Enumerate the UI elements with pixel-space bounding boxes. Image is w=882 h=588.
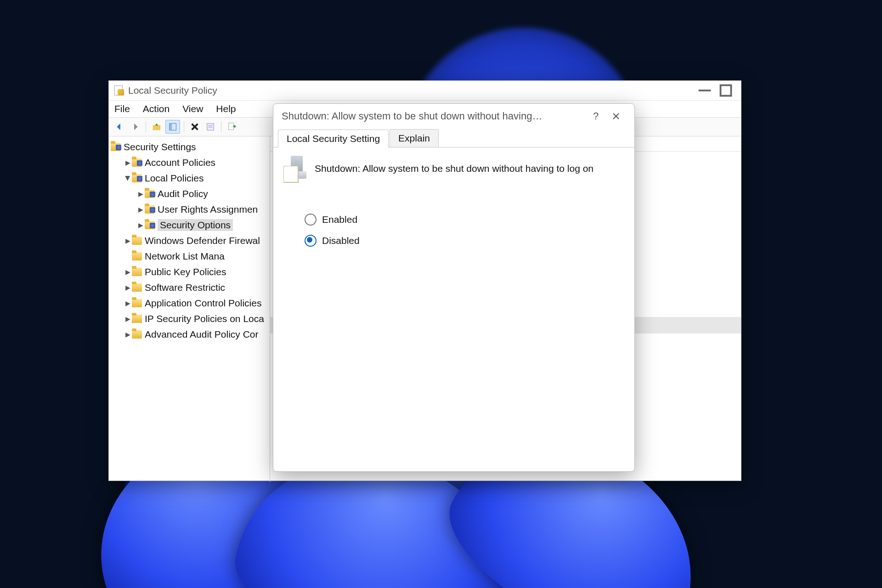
help-button[interactable]: ?	[586, 108, 606, 124]
shield-folder-icon	[145, 205, 155, 214]
tree-item-label: Software Restrictic	[145, 282, 225, 293]
dialog-title: Shutdown: Allow system to be shut down w…	[282, 110, 542, 122]
tree-item-label: Account Policies	[145, 157, 215, 168]
tree-item-label: Application Control Policies	[145, 298, 261, 309]
properties-button[interactable]	[204, 120, 217, 133]
expand-arrow-icon[interactable]	[124, 331, 132, 338]
svg-rect-5	[207, 124, 214, 130]
server-icon	[283, 156, 306, 181]
up-button[interactable]	[150, 120, 164, 133]
shield-folder-icon	[145, 221, 155, 229]
tree-item[interactable]: Public Key Policies	[109, 264, 270, 280]
svg-rect-2	[153, 125, 161, 130]
tree-item[interactable]: Application Control Policies	[109, 295, 270, 311]
radio-label: Disabled	[322, 235, 360, 246]
globe-folder-icon	[132, 315, 142, 323]
tree-item-label: Network List Mana	[145, 251, 225, 262]
folder-icon	[132, 237, 142, 245]
expand-arrow-icon[interactable]	[124, 300, 132, 307]
tree-item-label: Audit Policy	[158, 188, 208, 199]
dialog-tabs: Local Security Setting Explain	[273, 129, 634, 147]
tree-item[interactable]: Security Options	[109, 217, 270, 233]
menu-help[interactable]: Help	[216, 103, 236, 114]
radio-icon	[305, 214, 317, 226]
expand-arrow-icon[interactable]	[136, 221, 145, 229]
back-button[interactable]	[113, 120, 126, 133]
tree-item[interactable]: Advanced Audit Policy Cor	[109, 327, 270, 342]
menu-action[interactable]: Action	[143, 103, 170, 114]
window-title: Local Security Policy	[128, 85, 217, 96]
expand-arrow-icon[interactable]	[124, 315, 132, 322]
radio-label: Enabled	[322, 214, 357, 225]
folder-icon	[132, 252, 142, 260]
export-button[interactable]	[225, 120, 239, 133]
tree-item[interactable]: Account Policies	[109, 155, 270, 170]
delete-button[interactable]	[188, 120, 202, 133]
tree-item-label: Local Policies	[145, 173, 204, 184]
folder-icon	[132, 299, 142, 307]
tree-item-label: Security Options	[158, 219, 233, 231]
tree-item[interactable]: Network List Mana	[109, 249, 270, 264]
expand-arrow-icon[interactable]	[124, 175, 132, 182]
svg-rect-1	[721, 85, 731, 96]
tree-item[interactable]: Audit Policy	[109, 186, 270, 202]
menu-view[interactable]: View	[182, 103, 203, 114]
tree-item-label: Public Key Policies	[145, 266, 226, 277]
folder-icon	[132, 330, 142, 339]
policy-name: Shutdown: Allow system to be shut down w…	[315, 163, 594, 174]
menu-file[interactable]: File	[114, 103, 130, 114]
tree-item[interactable]: User Rights Assignmen	[109, 202, 270, 217]
radio-enabled[interactable]: Enabled	[305, 209, 624, 230]
tree-item[interactable]: Software Restrictic	[109, 280, 270, 295]
tree-item-label: User Rights Assignmen	[158, 204, 258, 215]
shield-folder-icon	[132, 174, 142, 182]
app-icon	[113, 85, 124, 96]
tree-pane[interactable]: Security SettingsAccount PoliciesLocal P…	[109, 136, 270, 482]
dialog-titlebar[interactable]: Shutdown: Allow system to be shut down w…	[273, 104, 634, 129]
folder-icon	[132, 268, 142, 276]
tree-item-label: Windows Defender Firewal	[145, 235, 260, 246]
tree-item-label: IP Security Policies on Loca	[145, 313, 264, 324]
tree-item-label: Advanced Audit Policy Cor	[145, 329, 258, 340]
svg-rect-4	[170, 124, 172, 130]
tree-item[interactable]: Local Policies	[109, 170, 270, 186]
policy-properties-dialog: Shutdown: Allow system to be shut down w…	[273, 103, 635, 472]
tree-item[interactable]: IP Security Policies on Loca	[109, 311, 270, 327]
maximize-button[interactable]	[715, 83, 736, 98]
tree-item[interactable]: Windows Defender Firewal	[109, 233, 270, 249]
tab-explain[interactable]: Explain	[390, 129, 439, 147]
expand-arrow-icon[interactable]	[124, 268, 132, 276]
tab-local-security-setting[interactable]: Local Security Setting	[278, 130, 389, 147]
tab-body: Shutdown: Allow system to be shut down w…	[273, 147, 634, 260]
radio-disabled[interactable]: Disabled	[305, 230, 624, 251]
close-button[interactable]	[606, 108, 626, 124]
radio-icon	[305, 235, 317, 247]
folder-icon	[132, 283, 142, 292]
shield-folder-icon	[132, 158, 142, 167]
forward-button[interactable]	[128, 120, 142, 133]
expand-arrow-icon[interactable]	[136, 206, 145, 213]
expand-arrow-icon[interactable]	[124, 284, 132, 291]
expand-arrow-icon[interactable]	[136, 190, 145, 198]
titlebar[interactable]: Local Security Policy	[109, 81, 741, 100]
expand-arrow-icon[interactable]	[124, 159, 132, 166]
expand-arrow-icon[interactable]	[124, 237, 132, 244]
tree-root[interactable]: Security Settings	[109, 139, 270, 155]
shield-folder-icon	[145, 190, 155, 198]
show-hide-tree-button[interactable]	[165, 120, 180, 134]
minimize-button[interactable]	[694, 83, 715, 98]
